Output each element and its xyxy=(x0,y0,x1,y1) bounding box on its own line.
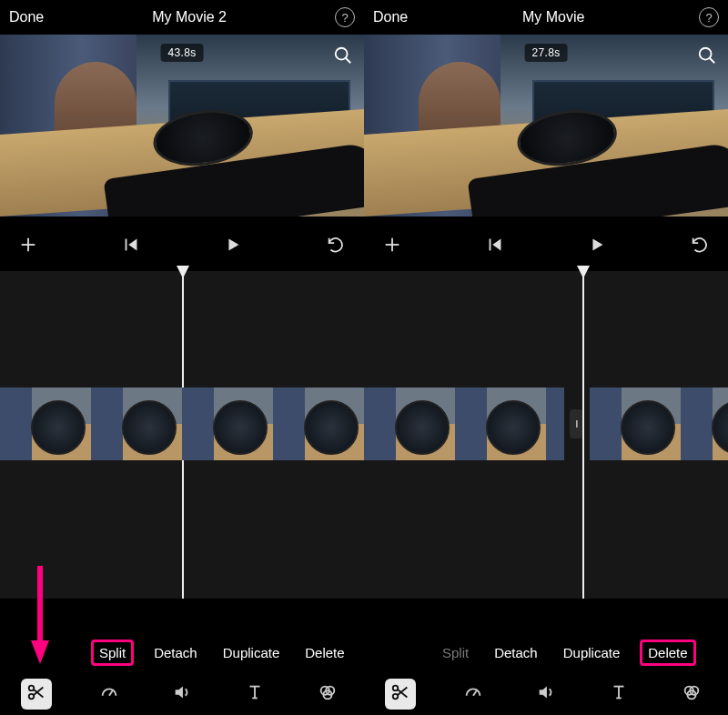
video-preview[interactable]: 27.8s xyxy=(364,35,728,217)
speaker-icon xyxy=(172,682,192,706)
play-button[interactable] xyxy=(223,235,243,258)
clip-action-bar: Split Detach Duplicate Delete xyxy=(0,632,364,673)
svg-line-10 xyxy=(109,690,113,696)
timestamp-badge: 27.8s xyxy=(525,44,568,62)
app-root: Done My Movie 2 ? 43.8s xyxy=(0,0,728,715)
top-bar: Done My Movie 2 ? xyxy=(0,0,364,35)
scissors-tool[interactable] xyxy=(21,679,52,710)
play-icon xyxy=(587,235,607,258)
scissors-tool[interactable] xyxy=(385,679,416,710)
top-bar: Done My Movie ? xyxy=(364,0,728,35)
skip-start-button[interactable] xyxy=(121,235,141,258)
bottom-toolbar xyxy=(0,673,364,715)
filters-tool[interactable] xyxy=(312,679,343,710)
undo-icon xyxy=(690,235,710,258)
clip-action-bar: Split Detach Duplicate Delete xyxy=(364,632,728,673)
filters-tool[interactable] xyxy=(676,679,707,710)
svg-rect-21 xyxy=(489,239,490,251)
skip-back-icon xyxy=(485,235,505,258)
preview-frame xyxy=(0,35,364,217)
duplicate-button[interactable]: Duplicate xyxy=(217,641,286,664)
svg-line-18 xyxy=(710,58,715,64)
magnifier-icon xyxy=(333,53,353,68)
done-button[interactable]: Done xyxy=(373,9,408,25)
editor-pane-right: Done My Movie ? 27.8s xyxy=(364,0,728,715)
filters-icon xyxy=(318,682,338,706)
delete-button[interactable]: Delete xyxy=(299,641,349,664)
svg-point-17 xyxy=(700,48,712,60)
filters-icon xyxy=(682,682,702,706)
speaker-icon xyxy=(536,682,556,706)
add-media-button[interactable] xyxy=(382,235,402,258)
preview-frame xyxy=(364,35,728,217)
scissors-icon xyxy=(26,682,46,706)
svg-line-1 xyxy=(346,58,351,64)
play-button[interactable] xyxy=(587,235,607,258)
done-button[interactable]: Done xyxy=(9,9,44,25)
playhead[interactable] xyxy=(582,271,584,599)
play-icon xyxy=(223,235,243,258)
project-title: My Movie xyxy=(408,9,699,25)
undo-button[interactable] xyxy=(690,235,710,258)
undo-icon xyxy=(326,235,346,258)
split-button[interactable]: Split xyxy=(91,639,134,666)
speed-tool[interactable] xyxy=(458,679,489,710)
duplicate-button[interactable]: Duplicate xyxy=(558,641,626,664)
magnifier-icon xyxy=(697,53,717,68)
transport-bar xyxy=(364,217,728,271)
text-icon xyxy=(609,682,629,706)
transport-bar xyxy=(0,217,364,271)
detach-button[interactable]: Detach xyxy=(489,641,543,664)
svg-point-0 xyxy=(336,48,348,60)
editor-pane-left: Done My Movie 2 ? 43.8s xyxy=(0,0,364,715)
text-icon xyxy=(245,682,265,706)
detach-button[interactable]: Detach xyxy=(148,641,203,664)
undo-button[interactable] xyxy=(326,235,346,258)
help-button[interactable]: ? xyxy=(699,7,719,27)
volume-tool[interactable] xyxy=(531,679,561,710)
timeline[interactable]: I xyxy=(364,271,728,599)
clip-selected-left[interactable] xyxy=(0,388,564,460)
plus-icon xyxy=(18,235,38,258)
volume-tool[interactable] xyxy=(167,679,197,710)
zoom-button[interactable] xyxy=(697,45,717,69)
skip-back-icon xyxy=(121,235,141,258)
svg-rect-4 xyxy=(125,239,126,251)
skip-start-button[interactable] xyxy=(485,235,505,258)
add-media-button[interactable] xyxy=(18,235,38,258)
titles-tool[interactable] xyxy=(603,679,634,710)
clip-right[interactable] xyxy=(590,388,728,460)
plus-icon xyxy=(382,235,402,258)
speedometer-icon xyxy=(99,682,119,706)
video-preview[interactable]: 43.8s xyxy=(0,35,364,217)
help-button[interactable]: ? xyxy=(335,7,355,27)
scissors-icon xyxy=(390,682,410,706)
delete-button[interactable]: Delete xyxy=(640,639,695,666)
zoom-button[interactable] xyxy=(333,45,353,69)
speedometer-icon xyxy=(463,682,483,706)
split-button[interactable]: Split xyxy=(437,641,474,664)
svg-line-26 xyxy=(473,690,477,696)
bottom-toolbar xyxy=(364,673,728,715)
project-title: My Movie 2 xyxy=(44,9,335,25)
timestamp-badge: 43.8s xyxy=(161,44,204,62)
speed-tool[interactable] xyxy=(94,679,125,710)
titles-tool[interactable] xyxy=(239,679,270,710)
